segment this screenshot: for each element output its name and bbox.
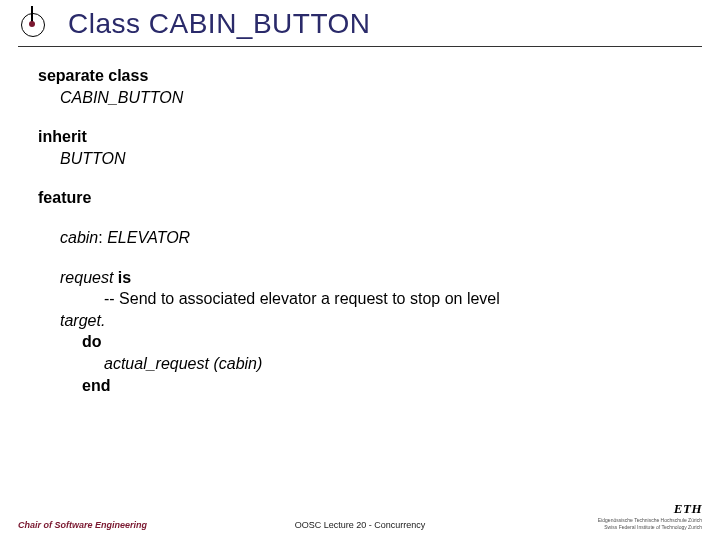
logo-icon xyxy=(18,10,46,38)
inherit-clause: inherit BUTTON xyxy=(38,126,682,169)
routine-name: request xyxy=(60,269,113,286)
target-ref: target. xyxy=(60,310,682,332)
routine-call: actual_request (cabin) xyxy=(104,353,682,375)
eth-sub2: Swiss Federal Institute of Technology Zu… xyxy=(474,525,702,531)
class-name: CABIN_BUTTON xyxy=(60,87,682,109)
feature-clause: feature xyxy=(38,187,682,209)
attr-colon: : xyxy=(98,229,107,246)
attribute-decl: cabin: ELEVATOR xyxy=(60,227,682,249)
footer-left: Chair of Software Engineering xyxy=(18,520,246,530)
kw-is: is xyxy=(113,269,131,286)
code-content: separate class CABIN_BUTTON inherit BUTT… xyxy=(0,47,720,396)
routine-decl: request is -- Send to associated elevato… xyxy=(60,267,682,397)
attr-name: cabin xyxy=(60,229,98,246)
footer-center: OOSC Lecture 20 - Concurrency xyxy=(246,520,474,530)
parent-class: BUTTON xyxy=(60,148,682,170)
kw-do: do xyxy=(82,333,102,350)
kw-feature: feature xyxy=(38,189,91,206)
slide-title: Class CABIN_BUTTON xyxy=(68,8,371,40)
eth-sub1: Eidgenössische Technische Hochschule Zür… xyxy=(474,518,702,524)
slide-header: Class CABIN_BUTTON xyxy=(0,0,720,46)
footer-right: ETH Eidgenössische Technische Hochschule… xyxy=(474,501,702,530)
attr-type: ELEVATOR xyxy=(107,229,190,246)
kw-inherit: inherit xyxy=(38,128,87,145)
class-decl: separate class CABIN_BUTTON xyxy=(38,65,682,108)
slide-footer: Chair of Software Engineering OOSC Lectu… xyxy=(0,501,720,530)
kw-end: end xyxy=(82,377,110,394)
routine-comment: -- Send to associated elevator a request… xyxy=(104,288,682,310)
kw-separate-class: separate class xyxy=(38,67,148,84)
eth-logo: ETH xyxy=(474,501,702,517)
